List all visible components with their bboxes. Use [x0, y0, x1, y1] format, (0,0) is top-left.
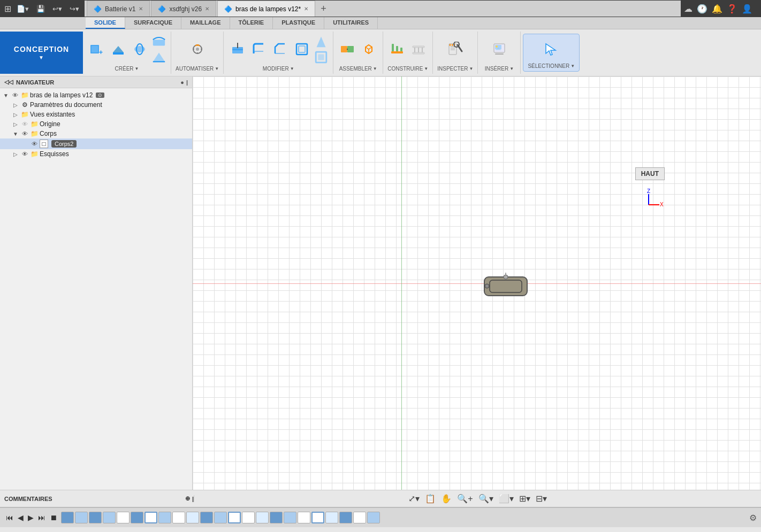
tree-item-corps[interactable]: ▼ 👁 📁 Corps: [0, 129, 192, 138]
3d-object[interactable]: [482, 273, 524, 297]
pan-icon[interactable]: ✋: [440, 492, 453, 505]
history-icon[interactable]: 🕐: [697, 4, 707, 14]
timeline-frame-16[interactable]: [270, 512, 283, 523]
copy-icon[interactable]: 📋: [424, 492, 437, 505]
scale-icon[interactable]: [314, 50, 329, 65]
timeline-frame-9[interactable]: [172, 512, 185, 523]
tree-item-vues[interactable]: ▷ 📁 Vues existantes: [0, 110, 192, 119]
prev-button[interactable]: ◀: [16, 512, 25, 523]
loft-icon[interactable]: [151, 50, 166, 65]
tab-close-batterie[interactable]: ✕: [139, 6, 143, 12]
help-icon[interactable]: ❓: [727, 4, 737, 14]
undo-button[interactable]: ↩▾: [50, 4, 64, 14]
comments-menu-icon[interactable]: |: [192, 496, 194, 502]
timeline-frame-12[interactable]: [214, 512, 227, 523]
tree-eye-esquisses[interactable]: 👁: [20, 151, 29, 157]
draft-icon[interactable]: [314, 34, 329, 49]
timeline-frame-7[interactable]: [144, 512, 157, 523]
navigator-menu-icon[interactable]: |: [186, 79, 188, 86]
conception-button[interactable]: CONCEPTION ▼: [0, 32, 83, 74]
cloud-icon[interactable]: ☁: [684, 4, 692, 14]
timeline-frame-2[interactable]: [75, 512, 88, 523]
stop-button[interactable]: ⏹: [48, 512, 59, 523]
timeline-frame-1[interactable]: [61, 512, 74, 523]
timeline-frame-22[interactable]: [353, 512, 366, 523]
next-button[interactable]: ⏭: [36, 512, 47, 523]
play-button[interactable]: ▶: [26, 512, 35, 523]
timeline-frame-14[interactable]: [242, 512, 255, 523]
tree-eye-corps[interactable]: 👁: [20, 130, 29, 137]
timeline-frame-3[interactable]: [89, 512, 102, 523]
navigator-pin-icon[interactable]: ●: [180, 79, 184, 86]
timeline-frame-13[interactable]: [228, 512, 241, 523]
timeline-frame-15[interactable]: [256, 512, 269, 523]
tree-eye-root[interactable]: 👁: [11, 92, 19, 98]
navigator-collapse-icon[interactable]: ◁◁: [4, 79, 13, 86]
extrude-icon[interactable]: [109, 40, 128, 59]
timeline-frame-19[interactable]: [311, 512, 324, 523]
inserer-icon[interactable]: [490, 40, 509, 59]
profile-icon[interactable]: 👤: [742, 4, 752, 14]
fillet-icon[interactable]: [249, 40, 269, 59]
zoom-out-icon[interactable]: 🔍▾: [477, 492, 494, 505]
timeline-frame-21[interactable]: [339, 512, 352, 523]
tree-arrow-root[interactable]: ▼: [2, 92, 10, 98]
shell-icon[interactable]: [292, 40, 311, 59]
tab-close-xsdfghj[interactable]: ✕: [205, 6, 209, 12]
tree-arrow-vues[interactable]: ▷: [12, 112, 19, 118]
tree-arrow-esquisses[interactable]: ▷: [12, 151, 19, 157]
tree-item-root[interactable]: ▼ 👁 📁 bras de la lampes v12 ⊙: [0, 90, 192, 100]
notification-icon[interactable]: 🔔: [712, 4, 722, 14]
add-tab-button[interactable]: +: [316, 3, 331, 14]
timeline-frame-11[interactable]: [200, 512, 213, 523]
timeline-settings-icon[interactable]: ⚙: [749, 513, 757, 523]
timeline-frame-17[interactable]: [284, 512, 296, 523]
automatiser-main-icon[interactable]: [188, 40, 207, 59]
tab-tolerie[interactable]: TÔLERIE: [230, 17, 273, 29]
tab-bras[interactable]: 🔷 bras de la lampes v12* ✕: [217, 1, 315, 17]
layout-icon[interactable]: ⊟▾: [535, 492, 548, 505]
tab-utilitaires[interactable]: UTILITAIRES: [324, 17, 378, 29]
construire-icon2[interactable]: [409, 40, 428, 59]
timeline-frame-4[interactable]: [103, 512, 116, 523]
tab-plastique[interactable]: PLASTIQUE: [273, 17, 324, 29]
timeline-frame-10[interactable]: [186, 512, 199, 523]
revolve-icon[interactable]: [130, 40, 149, 59]
tab-maillage[interactable]: MAILLAGE: [181, 17, 230, 29]
redo-button[interactable]: ↪▾: [67, 4, 81, 14]
tab-surfacique[interactable]: SURFACIQUE: [125, 17, 181, 29]
zoom-in-icon[interactable]: 🔍+: [456, 492, 474, 505]
tree-item-origine[interactable]: ▷ 👁 📁 Origine: [0, 119, 192, 129]
timeline-frame-20[interactable]: [325, 512, 338, 523]
tree-eye-corps2[interactable]: 👁: [30, 141, 39, 147]
create-body-icon[interactable]: +: [87, 40, 106, 59]
viewport[interactable]: HAUT Z X: [193, 76, 761, 490]
tab-solide[interactable]: SOLIDE: [86, 17, 125, 29]
selectionner-icon[interactable]: [542, 40, 561, 59]
grid-icon[interactable]: ⊞: [4, 4, 11, 14]
timeline-frame-8[interactable]: [158, 512, 171, 523]
chamfer-icon[interactable]: [271, 40, 290, 59]
display-icon[interactable]: ⬜▾: [498, 492, 515, 505]
assembler-icon2[interactable]: [359, 40, 378, 59]
tab-close-bras[interactable]: ✕: [304, 6, 308, 12]
tree-arrow-corps[interactable]: ▼: [12, 131, 19, 137]
sweep-icon[interactable]: [151, 34, 166, 49]
tab-xsdfghj[interactable]: 🔷 xsdfghj v26 ✕: [151, 1, 216, 17]
assembler-icon1[interactable]: [338, 40, 357, 59]
tree-arrow-params[interactable]: ▷: [12, 102, 19, 108]
inspecter-icon[interactable]: [446, 40, 465, 59]
tab-batterie[interactable]: 🔷 Batterie v1 ✕: [87, 1, 150, 17]
timeline-frame-23[interactable]: [367, 512, 380, 523]
save-button[interactable]: 💾: [34, 4, 47, 14]
timeline-frame-18[interactable]: [298, 512, 310, 523]
tree-item-corps2[interactable]: 👁 □ Corps2: [0, 138, 192, 149]
move-tool-icon[interactable]: ⤢▾: [407, 492, 421, 505]
construire-icon1[interactable]: [387, 40, 407, 59]
go-start-button[interactable]: ⏮: [4, 512, 15, 523]
timeline-frame-5[interactable]: [117, 512, 130, 523]
tree-item-esquisses[interactable]: ▷ 👁 📁 Esquisses: [0, 149, 192, 159]
tree-item-params[interactable]: ▷ ⚙ Paramètres du document: [0, 100, 192, 110]
press-pull-icon[interactable]: [228, 40, 247, 59]
add-comment-icon[interactable]: ⊕: [185, 495, 190, 502]
